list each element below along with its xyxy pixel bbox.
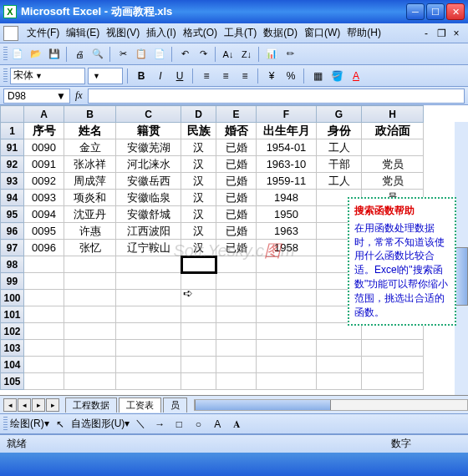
mdi-minimize[interactable]: - [420, 28, 433, 39]
data-cell[interactable]: 工人 [317, 139, 362, 156]
tab-last[interactable]: ▸ [46, 398, 59, 412]
empty-cell[interactable] [181, 256, 216, 273]
row-header[interactable]: 92 [1, 156, 24, 173]
wordart-button[interactable]: 𝐀 [228, 416, 245, 433]
row-header[interactable]: 96 [1, 223, 24, 240]
data-cell[interactable]: 党员 [362, 173, 424, 190]
empty-cell[interactable] [24, 290, 64, 306]
empty-cell[interactable] [362, 340, 424, 357]
empty-cell[interactable] [216, 357, 257, 373]
row-header[interactable]: 99 [1, 273, 24, 290]
preview-button[interactable]: 🔍 [89, 46, 106, 63]
formula-input[interactable] [88, 89, 465, 104]
menu-tools[interactable]: 工具(T) [221, 26, 260, 40]
data-cell[interactable]: 已婚 [216, 240, 257, 256]
scroll-thumb[interactable] [455, 247, 468, 306]
data-cell[interactable]: 党员 [362, 156, 424, 173]
data-cell[interactable]: 1959-11 [257, 173, 317, 190]
data-cell[interactable]: 汉 [181, 156, 216, 173]
data-cell[interactable]: 汉 [181, 206, 216, 223]
data-cell[interactable]: 金立 [64, 139, 116, 156]
header-cell[interactable]: 政治面 [362, 123, 424, 139]
data-cell[interactable]: 1963 [257, 223, 317, 240]
data-cell[interactable]: 已婚 [216, 223, 257, 240]
row-header[interactable]: 105 [1, 373, 24, 390]
row-header[interactable]: 98 [1, 256, 24, 273]
mdi-restore[interactable]: ❐ [435, 28, 448, 39]
empty-cell[interactable] [116, 340, 181, 357]
data-cell[interactable]: 已婚 [216, 173, 257, 190]
row-header[interactable]: 93 [1, 173, 24, 190]
data-cell[interactable]: 0092 [24, 173, 64, 190]
row-header[interactable]: 97 [1, 240, 24, 256]
open-button[interactable]: 📂 [28, 46, 44, 63]
empty-cell[interactable] [181, 323, 216, 340]
empty-cell[interactable] [317, 373, 362, 390]
menu-view[interactable]: 视图(V) [103, 26, 143, 40]
data-cell[interactable]: 汉 [181, 139, 216, 156]
data-cell[interactable]: 1958 [257, 240, 317, 256]
col-header[interactable]: F [257, 106, 317, 123]
row-header[interactable]: 95 [1, 206, 24, 223]
fill-color-button[interactable]: 🪣 [328, 68, 345, 84]
sort-desc-button[interactable]: Z↓ [238, 46, 255, 63]
header-cell[interactable]: 姓名 [64, 123, 116, 139]
empty-cell[interactable] [181, 340, 216, 357]
menu-edit[interactable]: 编辑(E) [63, 26, 103, 40]
empty-cell[interactable] [181, 357, 216, 373]
row-header[interactable]: 1 [1, 123, 24, 139]
sort-asc-button[interactable]: A↓ [220, 46, 237, 63]
empty-cell[interactable] [257, 373, 317, 390]
windows-taskbar[interactable] [0, 453, 468, 476]
horizontal-scrollbar[interactable] [194, 398, 468, 412]
empty-cell[interactable] [216, 306, 257, 323]
paste-button[interactable]: 📄 [151, 46, 168, 63]
header-cell[interactable]: 民族 [181, 123, 216, 139]
italic-button[interactable]: I [152, 68, 169, 84]
empty-cell[interactable] [257, 323, 317, 340]
chart-button[interactable]: 📊 [263, 46, 280, 63]
data-cell[interactable]: 已婚 [216, 156, 257, 173]
data-cell[interactable]: 0094 [24, 206, 64, 223]
data-cell[interactable]: 0090 [24, 139, 64, 156]
autoshapes-menu[interactable]: 自选图形(U)▾ [71, 417, 130, 431]
tab-prev[interactable]: ◂ [18, 398, 31, 412]
fx-button[interactable]: fx [75, 89, 83, 102]
row-header[interactable]: 91 [1, 139, 24, 156]
empty-cell[interactable] [317, 340, 362, 357]
underline-button[interactable]: U [171, 68, 188, 84]
minimize-button[interactable]: ─ [406, 3, 425, 20]
empty-cell[interactable] [216, 290, 257, 306]
data-cell[interactable]: 0091 [24, 156, 64, 173]
empty-cell[interactable] [64, 290, 116, 306]
empty-cell[interactable] [116, 290, 181, 306]
data-cell[interactable]: 1963-10 [257, 156, 317, 173]
col-header[interactable]: E [216, 106, 257, 123]
header-cell[interactable]: 出生年月 [257, 123, 317, 139]
align-left-button[interactable]: ≡ [198, 68, 215, 84]
data-cell[interactable]: 江西波阳 [116, 223, 181, 240]
row-header[interactable]: 102 [1, 323, 24, 340]
col-header[interactable]: A [24, 106, 64, 123]
copy-button[interactable]: 📋 [133, 46, 150, 63]
data-cell[interactable]: 辽宁鞍山 [116, 240, 181, 256]
empty-cell[interactable] [24, 306, 64, 323]
empty-cell[interactable] [24, 273, 64, 290]
bold-button[interactable]: B [133, 68, 150, 84]
header-cell[interactable]: 婚否 [216, 123, 257, 139]
data-cell[interactable]: 许惠 [64, 223, 116, 240]
empty-cell[interactable] [116, 273, 181, 290]
data-cell[interactable]: 工人 [317, 173, 362, 190]
empty-cell[interactable] [64, 373, 116, 390]
empty-cell[interactable] [317, 357, 362, 373]
sheet-tab[interactable]: 工程数据 [65, 398, 117, 413]
data-cell[interactable]: 汉 [181, 173, 216, 190]
empty-cell[interactable] [116, 323, 181, 340]
empty-cell[interactable] [64, 306, 116, 323]
empty-cell[interactable] [64, 323, 116, 340]
data-cell[interactable]: 安徽临泉 [116, 190, 181, 206]
maximize-button[interactable]: ☐ [426, 3, 445, 20]
menu-window[interactable]: 窗口(W) [301, 26, 343, 40]
select-button[interactable]: ↖ [52, 416, 69, 433]
select-all-corner[interactable] [1, 106, 24, 123]
